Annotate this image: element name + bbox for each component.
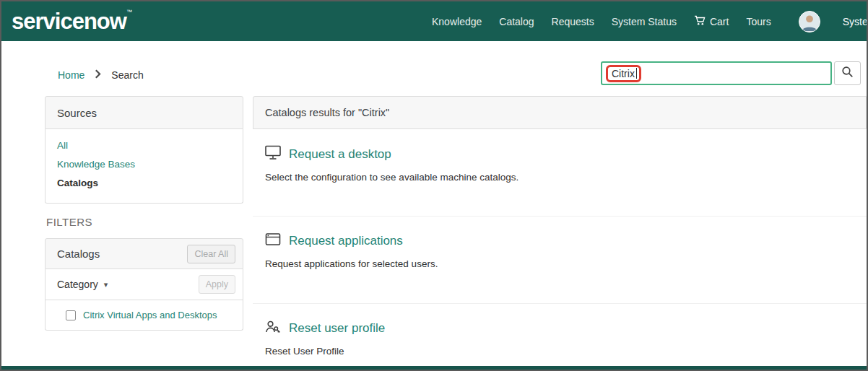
servicenow-logo[interactable]: servicenow™ [12,9,132,35]
logo-text: servicenow [12,9,126,34]
catalogs-filter-panel: Catalogs Clear All Category ▾ Apply Citr… [45,238,243,331]
user-key-icon [265,320,281,337]
catalogs-filter-title: Catalogs [57,248,100,260]
category-option-checkbox[interactable] [66,310,76,320]
search-button[interactable] [834,61,861,85]
results-panel: Catalogs results for "Citrix" Request a … [253,96,867,370]
result-item: Reset user profile Reset User Profile [253,304,867,371]
nav-knowledge[interactable]: Knowledge [432,16,482,27]
category-option-label[interactable]: Citrix Virtual Apps and Desktops [83,310,217,320]
filters-heading: FILTERS [46,216,92,228]
search-icon [841,66,854,81]
sources-panel-header: Sources [45,96,243,129]
nav-tours[interactable]: Tours [746,16,771,27]
browser-viewport: servicenow™ Knowledge Catalog Requests S… [0,0,868,371]
breadcrumb-home[interactable]: Home [58,69,84,81]
results-header: Catalogs results for "Citrix" [253,96,867,129]
result-description: Select the configuration to see availabl… [265,172,855,183]
result-link[interactable]: Request applications [289,234,403,248]
header-nav: Knowledge Catalog Requests System Status… [432,1,868,41]
user-avatar[interactable] [799,11,820,32]
nav-requests[interactable]: Requests [552,16,594,27]
nav-catalog[interactable]: Catalog [499,16,534,27]
result-link[interactable]: Request a desktop [289,147,391,162]
nav-cart-label: Cart [710,16,729,27]
results-title: Catalogs results for "Citrix" [265,107,389,118]
desktop-icon [265,145,281,163]
breadcrumb: Home Search [58,69,144,81]
catalogs-filter-header: Catalogs Clear All [45,238,243,269]
applications-icon [265,232,281,250]
search-input[interactable]: Citrix [601,61,832,85]
logo-trademark: ™ [126,9,132,15]
result-description: Reset User Profile [265,346,855,357]
footer-bar [1,366,867,370]
result-item: Request a desktop Select the configurati… [253,129,867,217]
result-link[interactable]: Reset user profile [289,321,385,336]
chevron-right-icon [95,69,101,81]
category-option-row: Citrix Virtual Apps and Desktops [45,300,243,331]
cart-icon [694,15,706,28]
category-filter-row: Category ▾ Apply [45,269,243,300]
search-query-text: Citrix [612,68,635,79]
source-all[interactable]: All [57,136,231,155]
source-catalogs[interactable]: Catalogs [57,174,231,193]
user-menu[interactable]: System Adm [843,16,868,27]
category-dropdown[interactable]: Category ▾ [57,279,108,290]
nav-cart[interactable]: Cart [694,15,729,28]
text-cursor [636,68,638,79]
annotation-highlight-box: Citrix [606,65,641,82]
sources-title: Sources [57,107,97,119]
category-label: Category [57,279,98,290]
result-item: Request applications Request application… [253,217,867,304]
result-description: Request applications for selected users. [265,258,855,269]
sources-list: All Knowledge Bases Catalogs [45,129,243,204]
clear-all-button[interactable]: Clear All [187,245,235,263]
portal-header: servicenow™ Knowledge Catalog Requests S… [1,1,867,41]
sources-panel: Sources All Knowledge Bases Catalogs [45,96,243,204]
source-knowledge-bases[interactable]: Knowledge Bases [57,155,231,174]
nav-system-status[interactable]: System Status [612,16,677,27]
apply-button[interactable]: Apply [199,275,235,294]
breadcrumb-current: Search [111,69,143,81]
chevron-down-icon: ▾ [104,280,108,289]
